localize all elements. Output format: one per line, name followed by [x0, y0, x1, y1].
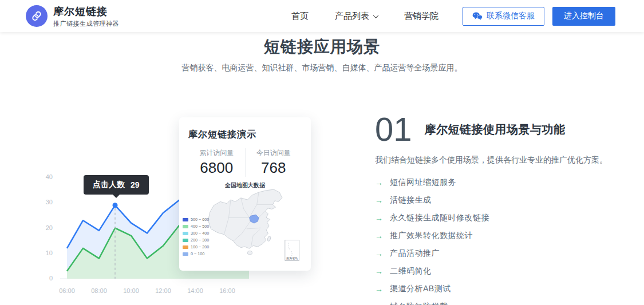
feature-item-sms[interactable]: → 短信网址缩短服务 — [375, 177, 627, 188]
stat-total-visits: 累计访问量 6800 — [188, 148, 245, 177]
x-axis-tick: 10:00 — [118, 287, 144, 294]
main-nav: 首页 产品列表 营销学院 — [291, 11, 438, 22]
stats-row: 累计访问量 6800 今日访问量 768 — [188, 148, 302, 177]
feature-item-permanent-link[interactable]: → 永久链接生成随时修改链接 — [375, 213, 627, 223]
x-axis-tick: 16:00 — [215, 287, 240, 294]
feature-label: 短信网址缩短服务 — [390, 177, 456, 188]
feature-item-qrcode[interactable]: → 二维码简化 — [375, 266, 627, 276]
stat-value: 6800 — [188, 159, 245, 177]
feature-label: 渠道分析AB测试 — [390, 284, 451, 294]
feature-item-anti-block[interactable]: → 域名防红防拦截 — [375, 302, 627, 305]
arrow-right-icon: → — [375, 213, 383, 223]
legend-swatch — [183, 252, 188, 256]
feature-label: 推广效果转化数据统计 — [390, 231, 473, 241]
legend-item: 0 ~ 100 — [183, 251, 211, 256]
page-subtitle: 营销获客、电商运营、知识社群、市场营销、自媒体、产品运营等全场景应用。 — [0, 63, 644, 73]
feature-item-stats[interactable]: → 推广效果转化数据统计 — [375, 231, 627, 241]
svg-text:南海诸岛: 南海诸岛 — [286, 256, 298, 260]
nav-item-academy[interactable]: 营销学院 — [404, 11, 438, 22]
x-axis-tick: 08:00 — [86, 287, 112, 294]
section-title: 摩尔短链接使用场景与功能 — [425, 122, 566, 137]
legend-item: 500 ~ 600 — [183, 217, 211, 222]
nav-products-label: 产品列表 — [335, 11, 369, 22]
wechat-contact-button[interactable]: 联系微信客服 — [463, 7, 544, 26]
legend-label: 100 ~ 200 — [191, 244, 209, 249]
enter-console-button[interactable]: 进入控制台 — [552, 7, 615, 26]
wechat-button-label: 联系微信客服 — [487, 11, 535, 21]
map-legend: 500 ~ 600 400 ~ 500 300 ~ 400 200 ~ 300 … — [183, 217, 211, 256]
stat-today-visits: 今日访问量 768 — [245, 148, 302, 177]
x-axis-tick: 12:00 — [151, 287, 176, 294]
feature-label: 活链接生成 — [390, 195, 432, 205]
legend-label: 300 ~ 400 — [191, 231, 209, 235]
y-axis-tick: 0 — [34, 275, 53, 282]
logo[interactable]: 摩尔短链接 推广链接生成管理神器 — [26, 5, 119, 28]
page-title: 短链接应用场景 — [0, 36, 644, 58]
demo-card: 摩尔短链接演示 累计访问量 6800 今日访问量 768 全国地图大数据 — [179, 117, 311, 271]
arrow-right-icon: → — [375, 267, 383, 276]
nav-home-label: 首页 — [291, 11, 309, 22]
legend-swatch — [183, 239, 188, 242]
chevron-down-icon — [373, 13, 379, 18]
nav-academy-label: 营销学院 — [404, 11, 438, 22]
feature-item-live-link[interactable]: → 活链接生成 — [375, 195, 627, 205]
demo-card-title: 摩尔短链接演示 — [188, 129, 302, 141]
china-map: 南海诸岛 — [204, 188, 303, 264]
stat-label: 累计访问量 — [188, 148, 245, 158]
nav-item-home[interactable]: 首页 — [291, 11, 309, 22]
arrow-right-icon: → — [375, 302, 383, 305]
arrow-right-icon: → — [375, 249, 383, 258]
logo-subtitle: 推广链接生成管理神器 — [53, 19, 119, 28]
feature-section: 01 摩尔短链接使用场景与功能 我们结合短链接多个使用场景，提供各行业专业的推广… — [375, 113, 627, 305]
arrow-right-icon: → — [375, 231, 383, 240]
legend-item: 100 ~ 200 — [183, 244, 211, 249]
section-description: 我们结合短链接多个使用场景，提供各行业专业的推广优化方案。 — [375, 155, 627, 165]
hero-section: 短链接应用场景 营销获客、电商运营、知识社群、市场营销、自媒体、产品运营等全场景… — [0, 32, 644, 73]
legend-swatch — [183, 225, 188, 228]
legend-swatch — [183, 218, 188, 221]
china-map-block: 全国地图大数据 南海诸岛 — [188, 181, 302, 266]
arrow-right-icon: → — [375, 178, 383, 187]
nav-item-products[interactable]: 产品列表 — [335, 11, 378, 22]
feature-item-ab-test[interactable]: → 渠道分析AB测试 — [375, 284, 627, 294]
wechat-icon — [472, 11, 483, 21]
legend-label: 0 ~ 100 — [191, 251, 204, 256]
chart-tooltip: 点击人数 29 — [84, 175, 149, 195]
link-icon — [26, 5, 48, 27]
legend-swatch — [183, 232, 188, 235]
section-index: 01 — [375, 113, 412, 146]
tooltip-value: 29 — [131, 180, 140, 189]
logo-title: 摩尔短链接 — [53, 5, 119, 18]
legend-label: 500 ~ 600 — [191, 217, 209, 221]
legend-swatch — [183, 245, 188, 249]
feature-label: 域名防红防拦截 — [390, 302, 448, 305]
y-axis-tick: 10 — [34, 249, 53, 256]
y-axis-tick: 40 — [34, 173, 53, 180]
feature-item-promotion[interactable]: → 产品活动推广 — [375, 248, 627, 259]
header: 摩尔短链接 推广链接生成管理神器 首页 产品列表 营销学院 联系微信客服 进入控… — [0, 0, 644, 32]
y-axis-tick: 20 — [34, 224, 53, 231]
arrow-right-icon: → — [375, 284, 383, 294]
legend-item: 400 ~ 500 — [183, 224, 211, 229]
stat-label: 今日访问量 — [246, 148, 302, 158]
legend-item: 300 ~ 400 — [183, 231, 211, 236]
south-sea-inset: 南海诸岛 — [285, 240, 299, 261]
feature-label: 二维码简化 — [390, 266, 432, 276]
x-axis-tick: 06:00 — [54, 287, 80, 294]
feature-list: → 短信网址缩短服务 → 活链接生成 → 永久链接生成随时修改链接 → 推广效果… — [375, 177, 627, 305]
feature-label: 永久链接生成随时修改链接 — [390, 213, 489, 223]
tooltip-label: 点击人数 — [93, 180, 125, 190]
feature-label: 产品活动推广 — [390, 248, 440, 259]
arrow-right-icon: → — [375, 196, 383, 205]
legend-label: 200 ~ 300 — [191, 237, 209, 242]
legend-item: 200 ~ 300 — [183, 237, 211, 243]
legend-label: 400 ~ 500 — [191, 224, 209, 228]
y-axis-tick: 30 — [34, 199, 53, 205]
x-axis-tick: 14:00 — [183, 287, 208, 294]
stat-value: 768 — [246, 159, 302, 177]
